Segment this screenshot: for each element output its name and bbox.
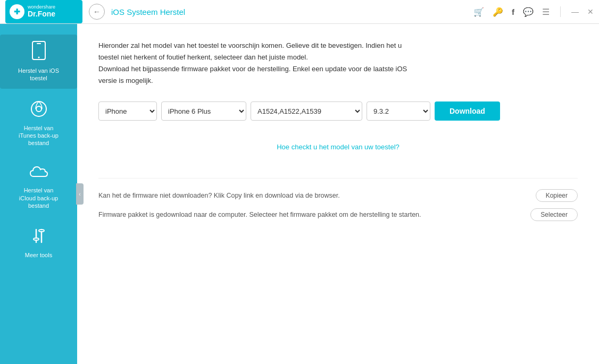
sidebar-item-itunes-label: Herstel vaniTunes back-upbestand bbox=[19, 124, 59, 147]
titlebar: ✚ wondershare Dr.Fone ← iOS Systeem Hers… bbox=[0, 0, 599, 24]
description-text: Hieronder zal het model van het toestel … bbox=[98, 40, 513, 87]
copy-link-text: Kan het de firmware niet downloaden? Kli… bbox=[98, 192, 527, 199]
desc-line3: Download het bijpassende firmware pakket… bbox=[98, 65, 407, 73]
svg-point-4 bbox=[36, 106, 41, 112]
help-link-section: Hoe checkt u het model van uw toestel? bbox=[98, 142, 578, 151]
desc-line4: versie is mogelijk. bbox=[98, 77, 153, 84]
variant-selector[interactable]: A1524,A1522,A1539 A1549,A1586 bbox=[251, 101, 362, 121]
select-firmware-row: Firmware pakket is gedownload naar de co… bbox=[98, 208, 578, 221]
page-title: iOS Systeem Herstel bbox=[111, 7, 473, 16]
back-button[interactable]: ← bbox=[89, 4, 105, 20]
music-icon bbox=[30, 100, 47, 121]
help-link[interactable]: Hoe checkt u het model van uw toestel? bbox=[277, 143, 400, 151]
logo-drfone: Dr.Fone bbox=[28, 10, 55, 18]
select-firmware-text: Firmware pakket is gedownload naar de co… bbox=[98, 211, 522, 218]
device-selector[interactable]: iPhone iPad iPod bbox=[98, 101, 157, 121]
sidebar: Herstel van iOStoestel Herstel vaniTunes… bbox=[0, 24, 77, 364]
close-button[interactable]: ✕ bbox=[587, 7, 594, 16]
sidebar-item-ios-restore-label: Herstel van iOStoestel bbox=[18, 67, 59, 82]
svg-point-5 bbox=[34, 238, 39, 240]
sidebar-item-itunes-restore[interactable]: Herstel vaniTunes back-upbestand bbox=[0, 94, 77, 154]
minimize-button[interactable]: — bbox=[571, 7, 579, 16]
model-selector[interactable]: iPhone 6 Plus iPhone 6 iPhone 7 iPhone 8 bbox=[161, 101, 246, 121]
sidebar-item-more-tools[interactable]: Meer tools bbox=[0, 221, 77, 265]
app-logo: ✚ wondershare Dr.Fone bbox=[5, 0, 82, 23]
content-area: Hieronder zal het model van het toestel … bbox=[77, 24, 599, 364]
svg-point-6 bbox=[39, 230, 44, 232]
logo-icon: ✚ bbox=[10, 4, 24, 19]
sidebar-item-icloud-label: Herstel vaniCloud back-upbestand bbox=[19, 187, 58, 209]
sidebar-collapse-button[interactable]: ‹ bbox=[76, 183, 84, 205]
chat-icon[interactable]: 💬 bbox=[523, 7, 534, 17]
sidebar-item-ios-restore[interactable]: Herstel van iOStoestel bbox=[0, 35, 77, 89]
separator bbox=[560, 6, 561, 17]
bottom-section: Kan het de firmware niet downloaden? Kli… bbox=[98, 178, 578, 221]
copy-link-row: Kan het de firmware niet downloaden? Kli… bbox=[98, 189, 578, 202]
selectors-row: iPhone iPad iPod iPhone 6 Plus iPhone 6 … bbox=[98, 101, 578, 121]
version-selector[interactable]: 9.3.2 9.3.1 9.3 9.2.1 bbox=[367, 101, 430, 121]
sidebar-item-icloud-restore[interactable]: Herstel vaniCloud back-upbestand bbox=[0, 158, 77, 216]
select-firmware-button[interactable]: Selecteer bbox=[530, 208, 578, 221]
cloud-icon bbox=[29, 165, 48, 183]
sidebar-item-more-tools-label: Meer tools bbox=[25, 251, 52, 259]
titlebar-actions: 🛒 🔑 f 💬 ☰ — ✕ bbox=[473, 6, 594, 17]
svg-point-3 bbox=[31, 101, 46, 116]
facebook-icon[interactable]: f bbox=[512, 7, 514, 16]
tools-icon bbox=[31, 227, 47, 248]
main-layout: Herstel van iOStoestel Herstel vaniTunes… bbox=[0, 24, 599, 364]
cart-icon[interactable]: 🛒 bbox=[473, 7, 484, 17]
download-button[interactable]: Download bbox=[435, 101, 500, 121]
svg-rect-1 bbox=[37, 43, 41, 44]
phone-icon bbox=[31, 41, 46, 64]
desc-line1: Hieronder zal het model van het toestel … bbox=[98, 41, 402, 49]
logo-text: wondershare Dr.Fone bbox=[28, 5, 55, 18]
svg-point-2 bbox=[38, 57, 39, 58]
desc-line2: toestel niet herkent of foutief herkent,… bbox=[98, 53, 308, 61]
key-icon[interactable]: 🔑 bbox=[493, 7, 503, 17]
menu-icon[interactable]: ☰ bbox=[542, 7, 550, 17]
copy-link-button[interactable]: Kopieer bbox=[536, 189, 578, 202]
